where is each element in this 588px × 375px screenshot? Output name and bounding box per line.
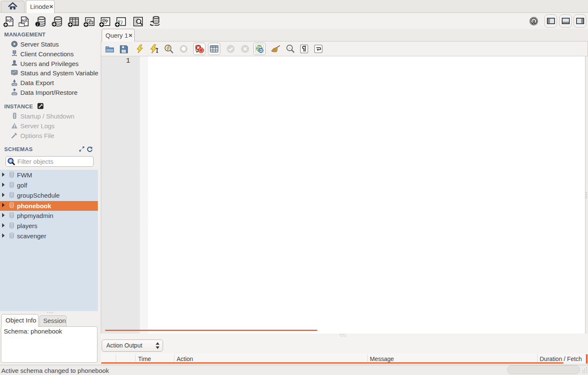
- svg-text:i: i: [37, 22, 38, 27]
